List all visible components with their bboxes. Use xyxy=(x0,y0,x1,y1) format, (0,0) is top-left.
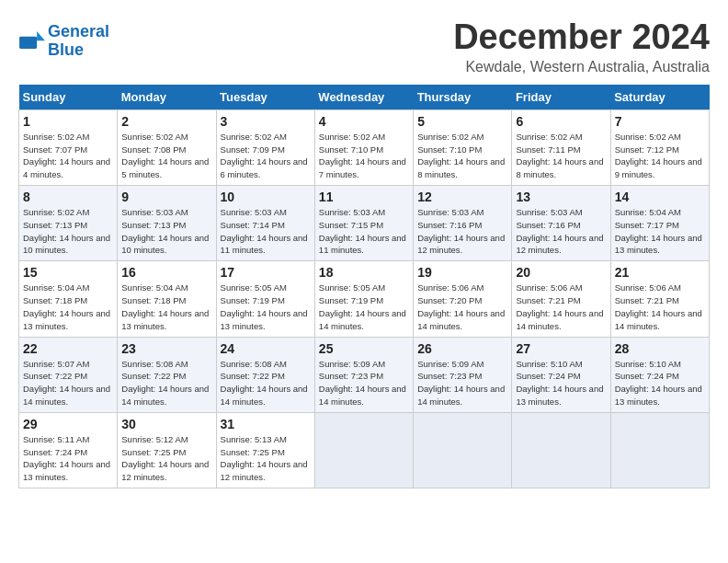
day-info: Sunrise: 5:04 AMSunset: 7:17 PMDaylight:… xyxy=(615,207,702,255)
calendar-cell: 14 Sunrise: 5:04 AMSunset: 7:17 PMDaylig… xyxy=(610,186,709,261)
day-number: 3 xyxy=(221,114,311,129)
day-info: Sunrise: 5:05 AMSunset: 7:19 PMDaylight:… xyxy=(319,282,406,330)
day-info: Sunrise: 5:03 AMSunset: 7:13 PMDaylight:… xyxy=(121,207,209,255)
week-row-4: 22 Sunrise: 5:07 AMSunset: 7:22 PMDaylig… xyxy=(19,337,710,412)
day-info: Sunrise: 5:03 AMSunset: 7:16 PMDaylight:… xyxy=(516,207,603,255)
calendar-cell: 4 Sunrise: 5:02 AMSunset: 7:10 PMDayligh… xyxy=(314,109,413,185)
day-number: 7 xyxy=(615,114,705,129)
logo: General Blue xyxy=(18,23,109,60)
day-number: 12 xyxy=(417,190,507,204)
day-info: Sunrise: 5:02 AMSunset: 7:08 PMDaylight:… xyxy=(121,132,209,179)
calendar-cell: 21 Sunrise: 5:06 AMSunset: 7:21 PMDaylig… xyxy=(610,261,709,337)
calendar-cell: 12 Sunrise: 5:03 AMSunset: 7:16 PMDaylig… xyxy=(414,186,512,261)
week-row-1: 1 Sunrise: 5:02 AMSunset: 7:07 PMDayligh… xyxy=(19,109,710,185)
day-number: 21 xyxy=(615,265,705,280)
calendar-cell: 20 Sunrise: 5:06 AMSunset: 7:21 PMDaylig… xyxy=(512,261,610,337)
calendar-cell: 11 Sunrise: 5:03 AMSunset: 7:15 PMDaylig… xyxy=(314,186,413,261)
calendar-cell: 1 Sunrise: 5:02 AMSunset: 7:07 PMDayligh… xyxy=(19,109,118,185)
day-number: 2 xyxy=(121,114,211,129)
day-number: 30 xyxy=(121,417,211,431)
svg-marker-1 xyxy=(37,31,45,40)
calendar-cell: 16 Sunrise: 5:04 AMSunset: 7:18 PMDaylig… xyxy=(118,261,216,337)
calendar-cell: 5 Sunrise: 5:02 AMSunset: 7:10 PMDayligh… xyxy=(414,109,512,185)
day-number: 1 xyxy=(23,114,113,129)
calendar-cell: 24 Sunrise: 5:08 AMSunset: 7:22 PMDaylig… xyxy=(216,337,314,412)
day-number: 17 xyxy=(221,265,311,280)
calendar-cell: 23 Sunrise: 5:08 AMSunset: 7:22 PMDaylig… xyxy=(118,337,216,412)
day-info: Sunrise: 5:08 AMSunset: 7:22 PMDaylight:… xyxy=(121,359,209,407)
day-number: 15 xyxy=(23,265,113,280)
day-number: 13 xyxy=(516,190,606,204)
calendar-cell: 15 Sunrise: 5:04 AMSunset: 7:18 PMDaylig… xyxy=(19,261,118,337)
header-row: SundayMondayTuesdayWednesdayThursdayFrid… xyxy=(19,85,710,110)
col-header-thursday: Thursday xyxy=(414,85,512,110)
day-info: Sunrise: 5:07 AMSunset: 7:22 PMDaylight:… xyxy=(23,359,110,407)
day-number: 8 xyxy=(23,190,113,204)
calendar-cell xyxy=(512,412,610,488)
day-number: 6 xyxy=(516,114,606,129)
day-info: Sunrise: 5:06 AMSunset: 7:21 PMDaylight:… xyxy=(516,282,603,330)
day-info: Sunrise: 5:12 AMSunset: 7:25 PMDaylight:… xyxy=(121,434,209,482)
day-number: 29 xyxy=(23,417,113,431)
calendar-cell: 31 Sunrise: 5:13 AMSunset: 7:25 PMDaylig… xyxy=(216,412,314,488)
day-info: Sunrise: 5:03 AMSunset: 7:15 PMDaylight:… xyxy=(319,207,406,255)
calendar-cell: 3 Sunrise: 5:02 AMSunset: 7:09 PMDayligh… xyxy=(216,109,314,185)
day-number: 10 xyxy=(221,190,311,204)
day-info: Sunrise: 5:09 AMSunset: 7:23 PMDaylight:… xyxy=(417,359,505,407)
day-number: 5 xyxy=(417,114,507,129)
logo-icon xyxy=(18,31,46,52)
day-info: Sunrise: 5:11 AMSunset: 7:24 PMDaylight:… xyxy=(23,434,110,482)
logo-line1: General xyxy=(48,22,109,40)
svg-rect-0 xyxy=(19,37,37,49)
day-number: 20 xyxy=(516,265,606,280)
col-header-friday: Friday xyxy=(512,85,610,110)
calendar-cell: 9 Sunrise: 5:03 AMSunset: 7:13 PMDayligh… xyxy=(118,186,216,261)
calendar-cell xyxy=(414,412,512,488)
day-info: Sunrise: 5:10 AMSunset: 7:24 PMDaylight:… xyxy=(516,359,603,407)
page-header: General Blue December 2024 Kewdale, West… xyxy=(18,18,710,75)
day-info: Sunrise: 5:05 AMSunset: 7:19 PMDaylight:… xyxy=(221,282,308,330)
day-info: Sunrise: 5:04 AMSunset: 7:18 PMDaylight:… xyxy=(121,282,209,330)
day-number: 18 xyxy=(319,265,409,280)
day-info: Sunrise: 5:06 AMSunset: 7:20 PMDaylight:… xyxy=(417,282,505,330)
day-number: 25 xyxy=(319,341,409,356)
col-header-monday: Monday xyxy=(118,85,216,110)
day-number: 19 xyxy=(417,265,507,280)
col-header-sunday: Sunday xyxy=(19,85,118,110)
day-number: 4 xyxy=(319,114,409,129)
day-info: Sunrise: 5:10 AMSunset: 7:24 PMDaylight:… xyxy=(615,359,702,407)
day-info: Sunrise: 5:02 AMSunset: 7:10 PMDaylight:… xyxy=(319,132,406,179)
calendar-cell xyxy=(314,412,413,488)
day-info: Sunrise: 5:02 AMSunset: 7:10 PMDaylight:… xyxy=(417,132,505,179)
day-info: Sunrise: 5:02 AMSunset: 7:07 PMDaylight:… xyxy=(23,132,110,179)
calendar-cell: 7 Sunrise: 5:02 AMSunset: 7:12 PMDayligh… xyxy=(610,109,709,185)
calendar-table: SundayMondayTuesdayWednesdayThursdayFrid… xyxy=(18,85,710,488)
logo-text: General Blue xyxy=(48,23,109,60)
calendar-cell: 13 Sunrise: 5:03 AMSunset: 7:16 PMDaylig… xyxy=(512,186,610,261)
calendar-cell: 27 Sunrise: 5:10 AMSunset: 7:24 PMDaylig… xyxy=(512,337,610,412)
day-number: 9 xyxy=(121,190,211,204)
calendar-cell: 10 Sunrise: 5:03 AMSunset: 7:14 PMDaylig… xyxy=(216,186,314,261)
day-number: 23 xyxy=(121,341,211,356)
calendar-cell: 22 Sunrise: 5:07 AMSunset: 7:22 PMDaylig… xyxy=(19,337,118,412)
day-info: Sunrise: 5:04 AMSunset: 7:18 PMDaylight:… xyxy=(23,282,110,330)
calendar-cell: 30 Sunrise: 5:12 AMSunset: 7:25 PMDaylig… xyxy=(118,412,216,488)
day-info: Sunrise: 5:09 AMSunset: 7:23 PMDaylight:… xyxy=(319,359,406,407)
day-number: 24 xyxy=(221,341,311,356)
day-info: Sunrise: 5:02 AMSunset: 7:12 PMDaylight:… xyxy=(615,132,702,179)
week-row-2: 8 Sunrise: 5:02 AMSunset: 7:13 PMDayligh… xyxy=(19,186,710,261)
day-number: 11 xyxy=(319,190,409,204)
day-info: Sunrise: 5:13 AMSunset: 7:25 PMDaylight:… xyxy=(221,434,308,482)
calendar-cell: 25 Sunrise: 5:09 AMSunset: 7:23 PMDaylig… xyxy=(314,337,413,412)
week-row-3: 15 Sunrise: 5:04 AMSunset: 7:18 PMDaylig… xyxy=(19,261,710,337)
logo-line2: Blue xyxy=(48,40,84,59)
calendar-cell: 29 Sunrise: 5:11 AMSunset: 7:24 PMDaylig… xyxy=(19,412,118,488)
day-number: 28 xyxy=(615,341,705,356)
day-info: Sunrise: 5:06 AMSunset: 7:21 PMDaylight:… xyxy=(615,282,702,330)
day-info: Sunrise: 5:03 AMSunset: 7:16 PMDaylight:… xyxy=(417,207,505,255)
calendar-cell: 19 Sunrise: 5:06 AMSunset: 7:20 PMDaylig… xyxy=(414,261,512,337)
calendar-cell: 28 Sunrise: 5:10 AMSunset: 7:24 PMDaylig… xyxy=(610,337,709,412)
col-header-tuesday: Tuesday xyxy=(216,85,314,110)
day-number: 14 xyxy=(615,190,705,204)
calendar-cell: 26 Sunrise: 5:09 AMSunset: 7:23 PMDaylig… xyxy=(414,337,512,412)
